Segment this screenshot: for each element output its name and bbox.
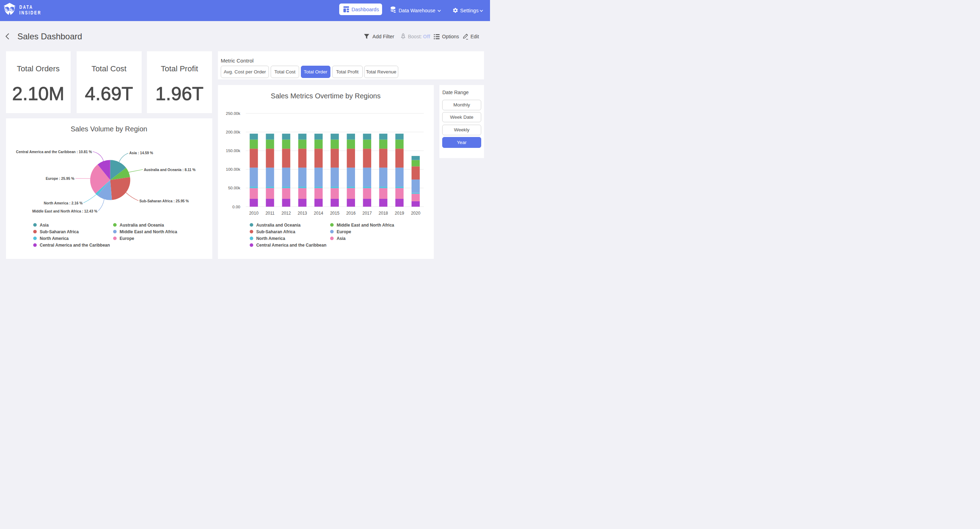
svg-text:250.00k: 250.00k — [226, 111, 240, 115]
svg-text:2018: 2018 — [379, 210, 388, 215]
svg-text:North America: North America — [40, 236, 69, 241]
svg-text:Middle East and North Africa :: Middle East and North Africa : 12.43 % — [32, 209, 97, 213]
svg-text:2015: 2015 — [330, 210, 339, 215]
svg-text:Sub-Saharan Africa : 25.95 %: Sub-Saharan Africa : 25.95 % — [139, 199, 189, 203]
svg-text:2012: 2012 — [281, 210, 291, 215]
svg-text:50.00k: 50.00k — [228, 186, 240, 190]
svg-text:Australia and Oceania: Australia and Oceania — [256, 222, 300, 227]
svg-text:Asia: Asia — [40, 222, 49, 227]
svg-text:Europe: Europe — [119, 236, 134, 241]
svg-text:2013: 2013 — [298, 210, 307, 215]
svg-text:2020: 2020 — [411, 210, 420, 215]
svg-text:Europe: Europe — [336, 229, 351, 234]
svg-text:2010: 2010 — [249, 210, 258, 215]
svg-text:2016: 2016 — [346, 210, 355, 215]
svg-text:Europe : 25.95 %: Europe : 25.95 % — [45, 176, 74, 180]
svg-text:2019: 2019 — [395, 210, 404, 215]
svg-text:North America : 2.16 %: North America : 2.16 % — [44, 201, 83, 205]
svg-text:Central America and the Caribb: Central America and the Caribbean : 10.8… — [16, 150, 92, 154]
svg-text:North America: North America — [256, 236, 285, 241]
svg-text:Sub-Saharan Africa: Sub-Saharan Africa — [256, 229, 295, 234]
svg-text:Australia and Oceania: Australia and Oceania — [119, 222, 164, 227]
svg-text:2014: 2014 — [313, 210, 323, 215]
svg-text:Asia : 14.59 %: Asia : 14.59 % — [129, 151, 153, 155]
svg-text:Sub-Saharan Africa: Sub-Saharan Africa — [40, 229, 79, 234]
svg-text:Central America and the Caribb: Central America and the Caribbean — [40, 243, 110, 248]
svg-text:200.00k: 200.00k — [226, 130, 240, 134]
svg-text:Middle East and North Africa: Middle East and North Africa — [119, 229, 177, 234]
svg-text:2017: 2017 — [362, 210, 372, 215]
svg-text:100.00k: 100.00k — [226, 167, 240, 172]
svg-text:2011: 2011 — [266, 210, 275, 215]
svg-text:Middle East and North Africa: Middle East and North Africa — [336, 222, 394, 227]
svg-text:0.00: 0.00 — [232, 205, 240, 209]
svg-text:150.00k: 150.00k — [226, 149, 240, 153]
svg-text:Australia and Oceania : 8.11 %: Australia and Oceania : 8.11 % — [144, 168, 196, 172]
svg-text:Asia: Asia — [336, 236, 345, 241]
svg-text:Central America and the Caribb: Central America and the Caribbean — [256, 243, 326, 248]
